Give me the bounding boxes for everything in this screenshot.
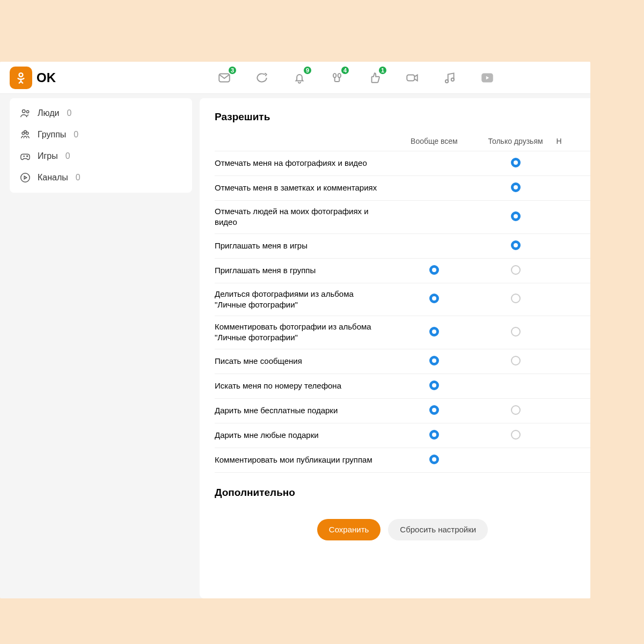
- radio-option[interactable]: [511, 356, 521, 365]
- nav-icon-bar: 3 9 4 1: [217, 70, 495, 85]
- radio-option[interactable]: [429, 294, 439, 303]
- video-icon[interactable]: [405, 70, 420, 85]
- table-row: Отмечать меня в заметках и комментариях: [215, 176, 590, 201]
- sidebar-label: Игры: [38, 151, 58, 161]
- svg-rect-4: [407, 75, 414, 80]
- sidebar-count: 0: [76, 173, 80, 182]
- col-all: Вообще всем: [393, 137, 475, 145]
- svg-point-2: [333, 73, 336, 77]
- svg-point-5: [445, 79, 448, 82]
- button-row: Сохранить Сбросить настройки: [215, 519, 590, 540]
- radio-option[interactable]: [511, 158, 521, 167]
- table-row: Комментировать мои публикации группам: [215, 448, 590, 473]
- radio-option[interactable]: [429, 430, 439, 440]
- svg-point-13: [27, 156, 28, 157]
- music-icon[interactable]: [442, 70, 457, 85]
- radio-option[interactable]: [511, 211, 521, 221]
- table-row: Отмечать людей на моих фотографиях и вид…: [215, 201, 590, 234]
- table-row: Приглашать меня в группы: [215, 259, 590, 283]
- table-row: Искать меня по номеру телефона: [215, 374, 590, 399]
- sidebar-label: Люди: [38, 108, 59, 118]
- table-row: Комментировать фотографии из альбома "Ли…: [215, 316, 590, 349]
- svg-point-9: [26, 111, 28, 113]
- col-friends: Только друзьям: [475, 137, 557, 145]
- main-panel: Разрешить Вообще всем Только друзьям Н О…: [200, 98, 590, 598]
- sidebar-item-people[interactable]: Люди 0: [10, 103, 192, 124]
- table-head: Вообще всем Только друзьям Н: [215, 131, 590, 151]
- permission-label: Приглашать меня в игры: [215, 240, 393, 251]
- radio-option[interactable]: [429, 327, 439, 336]
- channels-icon: [19, 172, 31, 184]
- svg-point-0: [19, 73, 23, 77]
- play-icon[interactable]: [480, 70, 495, 85]
- discussions-icon[interactable]: [254, 70, 269, 85]
- table-row: Делиться фотографиями из альбома "Личные…: [215, 283, 590, 317]
- table-row: Писать мне сообщения: [215, 349, 590, 374]
- permission-label: Отмечать меня на фотографиях и видео: [215, 158, 393, 169]
- sidebar-item-groups[interactable]: Группы 0: [10, 124, 192, 145]
- table-row: Дарить мне бесплатные подарки: [215, 399, 590, 423]
- radio-option[interactable]: [511, 405, 521, 415]
- section-title-permissions: Разрешить: [215, 111, 590, 123]
- svg-point-14: [21, 173, 30, 182]
- radio-option[interactable]: [511, 265, 521, 275]
- table-row: Отмечать меня на фотографиях и видео: [215, 151, 590, 176]
- sidebar-label: Группы: [38, 130, 66, 140]
- brand-name: OK: [36, 70, 56, 85]
- reset-button[interactable]: Сбросить настройки: [388, 519, 488, 540]
- radio-option[interactable]: [429, 455, 439, 464]
- badge-notifications: 9: [303, 65, 312, 75]
- radio-option[interactable]: [429, 405, 439, 415]
- badge-guests: 4: [340, 65, 350, 75]
- radio-option[interactable]: [511, 327, 521, 336]
- sidebar-item-games[interactable]: Игры 0: [10, 145, 192, 167]
- permission-label: Отмечать людей на моих фотографиях и вид…: [215, 206, 393, 228]
- games-icon: [19, 150, 31, 162]
- permission-label: Комментировать мои публикации группам: [215, 455, 393, 465]
- badge-likes: 1: [378, 65, 387, 75]
- permission-label: Писать мне сообщения: [215, 356, 393, 367]
- svg-point-6: [451, 78, 454, 80]
- likes-icon[interactable]: 1: [367, 70, 382, 85]
- sidebar: Люди 0 Группы 0 Игры 0 Каналы 0: [10, 98, 192, 193]
- groups-icon: [19, 129, 31, 141]
- section-title-additional: Дополнительно: [215, 487, 590, 499]
- radio-option[interactable]: [429, 356, 439, 365]
- permission-label: Делиться фотографиями из альбома "Личные…: [215, 289, 393, 311]
- sidebar-count: 0: [67, 108, 71, 118]
- permissions-table: Вообще всем Только друзьям Н Отмечать ме…: [215, 131, 590, 473]
- sidebar-label: Каналы: [38, 173, 68, 182]
- permission-label: Дарить мне любые подарки: [215, 430, 393, 441]
- sidebar-item-channels[interactable]: Каналы 0: [10, 167, 192, 188]
- ok-logo-icon: [10, 67, 32, 89]
- save-button[interactable]: Сохранить: [317, 519, 381, 540]
- svg-point-3: [338, 73, 341, 77]
- radio-option[interactable]: [429, 265, 439, 275]
- guests-icon[interactable]: 4: [330, 70, 345, 85]
- radio-option[interactable]: [511, 430, 521, 440]
- notifications-icon[interactable]: 9: [292, 70, 307, 85]
- permission-label: Приглашать меня в группы: [215, 265, 393, 276]
- svg-point-8: [23, 110, 26, 113]
- radio-option[interactable]: [511, 294, 521, 303]
- sidebar-count: 0: [74, 130, 78, 140]
- logo[interactable]: OK: [10, 67, 56, 89]
- col-third: Н: [556, 137, 590, 145]
- svg-point-12: [24, 130, 27, 133]
- badge-messages: 3: [228, 65, 237, 75]
- permission-label: Дарить мне бесплатные подарки: [215, 405, 393, 416]
- table-row: Дарить мне любые подарки: [215, 423, 590, 448]
- app-window: OK 3 9 4 1: [0, 62, 590, 598]
- content-area: Люди 0 Группы 0 Игры 0 Каналы 0 Разрешит…: [0, 94, 590, 598]
- top-header: OK 3 9 4 1: [0, 62, 590, 94]
- radio-option[interactable]: [429, 380, 439, 390]
- permission-label: Искать меня по номеру телефона: [215, 380, 393, 391]
- permission-label: Отмечать меня в заметках и комментариях: [215, 182, 393, 193]
- radio-option[interactable]: [511, 182, 521, 192]
- radio-option[interactable]: [511, 240, 521, 250]
- sidebar-count: 0: [65, 151, 70, 161]
- messages-icon[interactable]: 3: [217, 70, 232, 85]
- table-row: Приглашать меня в игры: [215, 234, 590, 259]
- people-icon: [19, 107, 31, 119]
- permission-label: Комментировать фотографии из альбома "Ли…: [215, 321, 393, 343]
